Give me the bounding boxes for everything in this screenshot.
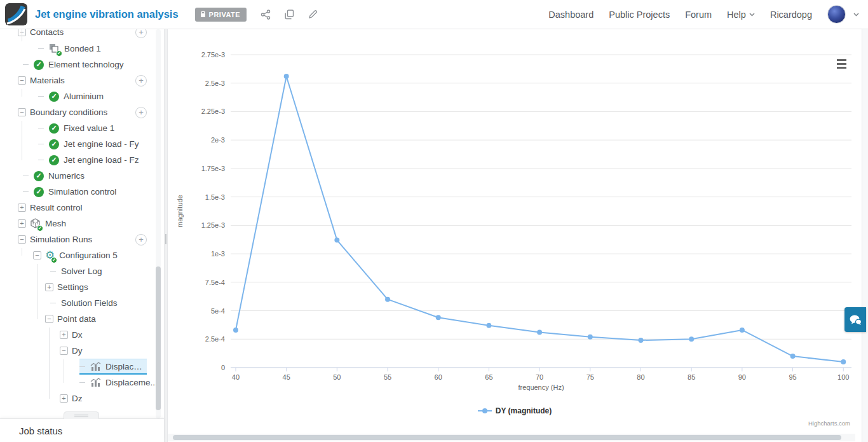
tree-item-jet-engine-load-fz[interactable]: ✓ Jet engine load - Fz bbox=[0, 152, 164, 168]
collapse-toggle[interactable]: − bbox=[60, 347, 68, 355]
tree-item-displaceme-21[interactable]: Displaceme... bbox=[0, 359, 164, 375]
tree-item-fixed-value-1[interactable]: ✓ Fixed value 1 bbox=[0, 120, 164, 136]
highcharts-credit[interactable]: Highcharts.com bbox=[808, 420, 850, 427]
simulation-tree-panel: − Contacts+ ✓ Bonded 1✓ Element technolo… bbox=[0, 29, 164, 418]
chat-button[interactable] bbox=[844, 307, 866, 332]
legend-item-dy[interactable]: DY (magnitude) bbox=[478, 406, 552, 415]
chevron-down-icon bbox=[749, 13, 755, 17]
add-button[interactable]: + bbox=[135, 75, 147, 86]
nav-public-projects[interactable]: Public Projects bbox=[609, 10, 670, 20]
expand-toggle[interactable]: + bbox=[18, 219, 26, 228]
nav-help[interactable]: Help bbox=[727, 10, 755, 20]
job-status-label: Job status bbox=[19, 425, 62, 436]
expand-toggle[interactable]: + bbox=[18, 204, 26, 212]
tree-item-displaceme-22[interactable]: Displaceme... bbox=[0, 375, 164, 390]
tree-item-dz[interactable]: + Dz bbox=[0, 390, 164, 406]
tree-item-label: Jet engine load - Fy bbox=[64, 139, 139, 149]
simulation-tree: − Contacts+ ✓ Bonded 1✓ Element technolo… bbox=[0, 29, 164, 406]
tree-dash bbox=[50, 303, 56, 303]
tree-item-label: Dz bbox=[72, 394, 83, 403]
svg-text:40: 40 bbox=[232, 373, 240, 381]
tree-connector bbox=[22, 89, 22, 97]
nav-dashboard[interactable]: Dashboard bbox=[548, 10, 593, 20]
svg-text:85: 85 bbox=[688, 373, 695, 381]
job-status-panel[interactable]: Job status bbox=[0, 418, 164, 442]
privacy-badge: PRIVATE bbox=[195, 8, 247, 22]
tree-item-label: Mesh bbox=[45, 219, 66, 228]
expand-toggle[interactable]: + bbox=[60, 331, 68, 339]
app-logo[interactable] bbox=[5, 3, 27, 25]
expand-toggle[interactable]: + bbox=[60, 394, 68, 403]
svg-text:2.25e-3: 2.25e-3 bbox=[201, 107, 225, 115]
collapse-toggle[interactable]: − bbox=[33, 251, 41, 259]
tree-connector bbox=[49, 328, 50, 399]
job-status-drag-handle[interactable] bbox=[64, 411, 99, 419]
tree-item-contacts[interactable]: − Contacts+ bbox=[0, 29, 164, 40]
svg-text:2.5e-4: 2.5e-4 bbox=[205, 335, 225, 343]
tree-item-label: Configuration 5 bbox=[59, 251, 118, 260]
tree-item-label: Point data bbox=[57, 314, 96, 324]
tree-item-configuration-5[interactable]: −⚙✓ Configuration 5 bbox=[0, 247, 164, 263]
tree-item-label: Displaceme... bbox=[105, 378, 158, 387]
status-check-badge: ✓ bbox=[37, 225, 43, 231]
svg-text:90: 90 bbox=[738, 373, 746, 381]
expand-toggle[interactable]: + bbox=[45, 283, 53, 291]
legend-marker-icon bbox=[478, 408, 492, 414]
chart-context-menu-icon[interactable] bbox=[834, 57, 849, 70]
tree-connector bbox=[22, 29, 22, 41]
nav-username[interactable]: Ricardopg bbox=[770, 10, 812, 20]
avatar[interactable] bbox=[827, 5, 846, 24]
tree-item-settings[interactable]: + Settings bbox=[0, 279, 164, 295]
tree-item-result-control[interactable]: + Result control bbox=[0, 200, 164, 216]
tree-connector bbox=[64, 359, 64, 383]
tree-item-solver-log[interactable]: Solver Log bbox=[0, 263, 164, 279]
x-axis-title: frequency (Hz) bbox=[518, 383, 564, 391]
resize-grip-icon bbox=[165, 234, 166, 244]
collapse-toggle[interactable]: − bbox=[45, 315, 53, 323]
collapse-toggle[interactable]: − bbox=[18, 235, 26, 244]
tree-item-label: Bonded 1 bbox=[64, 44, 101, 53]
tree-item-boundary-conditions[interactable]: − Boundary conditions+ bbox=[0, 104, 164, 120]
tree-item-jet-engine-load-fy[interactable]: ✓ Jet engine load - Fy bbox=[0, 136, 164, 152]
sidebar-scrollbar-thumb[interactable] bbox=[156, 266, 161, 410]
result-chart-icon bbox=[90, 378, 101, 387]
tree-item-solution-fields[interactable]: Solution Fields bbox=[0, 295, 164, 311]
tree-item-bonded-1[interactable]: ✓ Bonded 1 bbox=[0, 41, 164, 57]
svg-text:80: 80 bbox=[637, 373, 644, 381]
add-button[interactable]: + bbox=[135, 234, 147, 245]
svg-text:1.25e-3: 1.25e-3 bbox=[201, 221, 225, 229]
header-nav: Dashboard Public Projects Forum Help Ric… bbox=[548, 5, 868, 24]
add-button[interactable]: + bbox=[135, 107, 147, 118]
tree-dash bbox=[38, 48, 44, 49]
chart-area: 02.5e-45e-47.5e-41e-31.25e-31.5e-31.75e-… bbox=[168, 30, 862, 434]
svg-text:95: 95 bbox=[789, 373, 796, 381]
tree-item-point-data[interactable]: − Point data bbox=[0, 311, 164, 327]
edit-pencil-icon[interactable] bbox=[308, 10, 318, 19]
tree-item-label: Aluminium bbox=[64, 92, 104, 101]
collapse-toggle[interactable]: − bbox=[18, 76, 26, 85]
tree-item-simulation-control[interactable]: ✓ Simulation control bbox=[0, 184, 164, 200]
chart-hscrollbar-thumb[interactable] bbox=[173, 435, 841, 440]
tree-item-mesh[interactable]: + ✓ Mesh bbox=[0, 216, 164, 231]
tree-item-materials[interactable]: − Materials+ bbox=[0, 73, 164, 88]
tree-item-label: Element technology bbox=[48, 60, 124, 69]
svg-text:2e-3: 2e-3 bbox=[211, 136, 225, 144]
tree-item-dy[interactable]: − Dy bbox=[0, 343, 164, 359]
tree-item-dx[interactable]: + Dx bbox=[0, 327, 164, 343]
tree-item-label: Dx bbox=[72, 330, 83, 340]
tree-item-label: Simulation control bbox=[48, 187, 116, 197]
copy-icon[interactable] bbox=[285, 10, 294, 20]
y-axis-title: magnitude bbox=[176, 195, 184, 227]
account-chevron-down-icon[interactable] bbox=[853, 13, 859, 17]
collapse-toggle[interactable]: − bbox=[18, 108, 26, 116]
nav-forum[interactable]: Forum bbox=[685, 10, 712, 20]
tree-item-aluminium[interactable]: ✓ Aluminium bbox=[0, 88, 164, 104]
tree-item-element-technology[interactable]: ✓ Element technology bbox=[0, 57, 164, 73]
tree-item-numerics[interactable]: ✓ Numerics bbox=[0, 168, 164, 184]
tree-connector bbox=[22, 121, 22, 160]
share-icon[interactable] bbox=[261, 10, 271, 20]
tree-item-simulation-runs[interactable]: − Simulation Runs+ bbox=[0, 231, 164, 247]
svg-text:1.5e-3: 1.5e-3 bbox=[205, 193, 225, 201]
svg-text:1.75e-3: 1.75e-3 bbox=[201, 165, 225, 172]
tree-dash bbox=[79, 382, 85, 383]
